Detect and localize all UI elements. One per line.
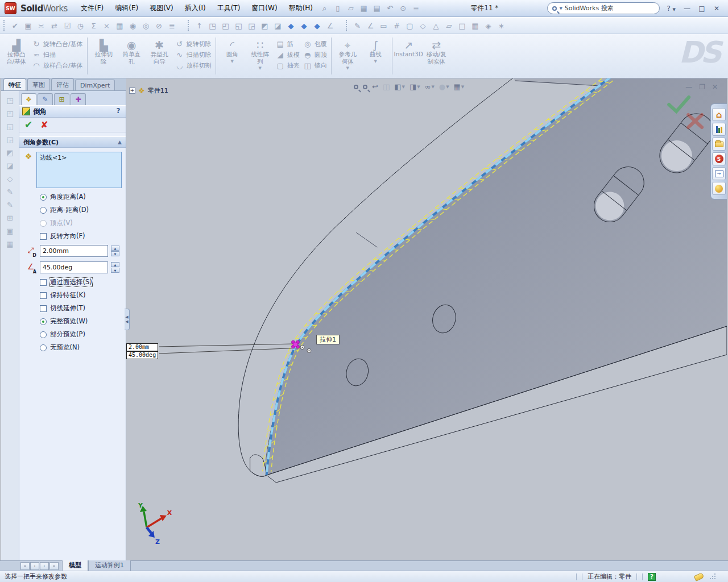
radio-no-preview[interactable]: 无预览(N) [19, 341, 126, 354]
menu-item-4[interactable]: 工具(T) [212, 1, 246, 15]
new-document-icon[interactable]: ▯ [331, 3, 344, 14]
ok-button[interactable]: ✔ [24, 120, 32, 130]
last-tab-icon[interactable]: » [49, 562, 59, 570]
checkbox-icon[interactable] [40, 279, 47, 286]
right-view-cube-icon[interactable]: ◲ [245, 19, 258, 32]
cut-icon[interactable]: × [100, 19, 113, 32]
minimize-button[interactable]: — [680, 3, 694, 14]
isometric-cube-icon[interactable]: ◆ [284, 19, 297, 32]
angle-sketch-icon[interactable]: ∠ [364, 19, 377, 32]
dropdown-arrow-icon[interactable]: ▼ [374, 59, 377, 64]
gem-sketch-icon[interactable]: ◈ [482, 19, 495, 32]
pm-tab-3[interactable]: ✚ [71, 93, 86, 105]
tab-motion-study[interactable]: 运动算例1 [88, 560, 131, 571]
spin-down-icon[interactable]: ▼ [111, 251, 119, 256]
diamond-sketch-icon[interactable]: ◇ [416, 19, 429, 32]
prev-tab-icon[interactable]: ‹ [30, 562, 39, 570]
table-sketch-icon[interactable]: ▦ [469, 19, 482, 32]
spin-up-icon[interactable]: ▲ [111, 262, 119, 267]
shaded-view-icon[interactable]: ◩ [4, 147, 16, 159]
reference-plane-icon[interactable]: ⊞ [4, 212, 16, 224]
viewport-minimize-icon[interactable]: — [685, 83, 692, 91]
ribbon-wrap-button[interactable]: ◎包覆 [303, 40, 327, 48]
toolbar-drag-handle[interactable] [3, 20, 6, 31]
layers-icon[interactable]: ≣ [166, 19, 179, 32]
design-library-icon[interactable] [712, 123, 726, 136]
ribbon-revolve-boss-button[interactable]: ↻旋转凸台/基体 [32, 40, 83, 48]
front-view-cube-icon[interactable]: ◳ [206, 19, 219, 32]
quick-tips-icon[interactable]: ? [648, 573, 656, 581]
checkbox-icon[interactable] [40, 233, 47, 240]
menu-item-3[interactable]: 插入(I) [180, 1, 211, 15]
scene-button[interactable]: ▦▼ [453, 82, 466, 92]
parallelogram-sketch-icon[interactable]: ▱ [442, 19, 456, 32]
tab-特征[interactable]: 特征 [3, 78, 26, 90]
top-view-cube-icon[interactable]: ◩ [258, 19, 271, 32]
ribbon-lofted-cut-button[interactable]: ◡放样切割 [175, 61, 212, 70]
dropdown-arrow-icon[interactable]: ▼ [402, 85, 405, 89]
verify-icon[interactable]: ☑ [61, 19, 74, 32]
radio-icon[interactable] [40, 331, 47, 338]
menu-item-1[interactable]: 编辑(E) [110, 1, 143, 15]
radio-full-preview[interactable]: 完整预览(W) [19, 315, 126, 328]
box-sketch-icon[interactable]: □ [456, 19, 469, 32]
close-button[interactable]: ✕ [710, 3, 723, 14]
left-view-cube-icon[interactable]: ◱ [232, 19, 245, 32]
sketch3d-icon[interactable]: ✎ [351, 19, 364, 32]
ribbon-hole-wizard-button[interactable]: ✱异型孔向导 [146, 35, 173, 77]
tab-评估[interactable]: 评估 [51, 78, 74, 90]
preview-icon[interactable]: ◉ [126, 19, 139, 32]
hidden-lines-visible-icon[interactable]: ◰ [4, 107, 16, 119]
pm-tab-2[interactable]: ⊞ [54, 93, 69, 105]
ribbon-loft-boss-button[interactable]: ◠放样凸台/基体 [32, 61, 83, 70]
schedule-icon[interactable]: ◷ [74, 19, 87, 32]
spark-sketch-icon[interactable]: ∗ [495, 19, 508, 32]
ribbon-curves-button[interactable]: ∫曲线▼ [362, 35, 390, 77]
flyout-feature-tree[interactable]: + ❖ 零件11 [129, 86, 168, 95]
callout-distance-value[interactable]: 2.00mm [126, 343, 158, 351]
sketch-icon[interactable]: ✎ [4, 186, 16, 198]
checkbox-icon[interactable] [40, 305, 47, 312]
rectangle-sketch-icon[interactable]: ▭ [377, 19, 390, 32]
view-palette-icon[interactable]: → [712, 167, 726, 180]
options-icon[interactable]: ≡ [410, 3, 423, 14]
dropdown-arrow-icon[interactable]: ▼ [417, 85, 420, 89]
trimetric-cube-icon[interactable]: ◆ [311, 19, 324, 32]
part-3d-view[interactable]: Y X Z [126, 78, 727, 560]
radio-angle-distance[interactable]: 角度距离(A) [19, 190, 126, 203]
plane-sketch-icon[interactable]: ▢ [403, 19, 416, 32]
selection-listbox[interactable]: 边线<1> [36, 152, 122, 188]
ribbon-extrude-boss-button[interactable]: ▟拉伸凸台/基体 [2, 35, 30, 77]
dropdown-arrow-icon[interactable]: ▼ [446, 85, 449, 89]
resize-grip-icon[interactable] [709, 573, 715, 580]
cancel-button[interactable]: ✘ [40, 120, 48, 130]
dropdown-arrow-icon[interactable]: ▼ [231, 59, 234, 64]
file-explorer-icon[interactable] [712, 138, 726, 151]
distance-input[interactable] [40, 245, 108, 257]
ribbon-reference-geometry-button[interactable]: ⌖参考几何体▼ [334, 35, 362, 77]
print-icon[interactable]: ▤ [370, 3, 383, 14]
panel-collapse-handle[interactable]: ◀◀ [125, 309, 130, 330]
toolbar-drag-handle[interactable] [346, 20, 348, 31]
triangle-sketch-icon[interactable]: △ [429, 19, 442, 32]
menu-item-2[interactable]: 视图(V) [144, 1, 179, 15]
radio-icon[interactable] [40, 344, 47, 351]
ribbon-rib-button[interactable]: ▤筋 [276, 40, 300, 48]
first-tab-icon[interactable]: « [20, 562, 30, 570]
radio-distance-distance[interactable]: 距离-距离(D) [19, 203, 126, 217]
pm-tab-0[interactable]: ❖ [21, 93, 36, 105]
ribbon-shell-button[interactable]: ▢抽壳 [276, 61, 300, 70]
maximize-button[interactable]: □ [695, 3, 709, 14]
tab-DimXpert[interactable]: DimXpert [75, 80, 115, 90]
shaded-edges-icon[interactable]: ◲ [4, 134, 16, 146]
chamfer-callout[interactable]: 2.00mm 45.00deg [126, 343, 158, 359]
spin-down-icon[interactable]: ▼ [111, 268, 119, 273]
part-front-face[interactable] [266, 78, 727, 475]
ribbon-revolved-cut-button[interactable]: ↺旋转切除 [175, 40, 212, 48]
compare-icon[interactable]: ≍ [35, 19, 48, 32]
menu-item-6[interactable]: 帮助(H) [284, 1, 318, 15]
disable-icon[interactable]: ⊘ [152, 19, 166, 32]
resources-home-icon[interactable]: ⌂ [712, 108, 726, 121]
tag-icon[interactable] [694, 572, 705, 581]
attachment-icon[interactable]: ⊙ [396, 3, 410, 14]
